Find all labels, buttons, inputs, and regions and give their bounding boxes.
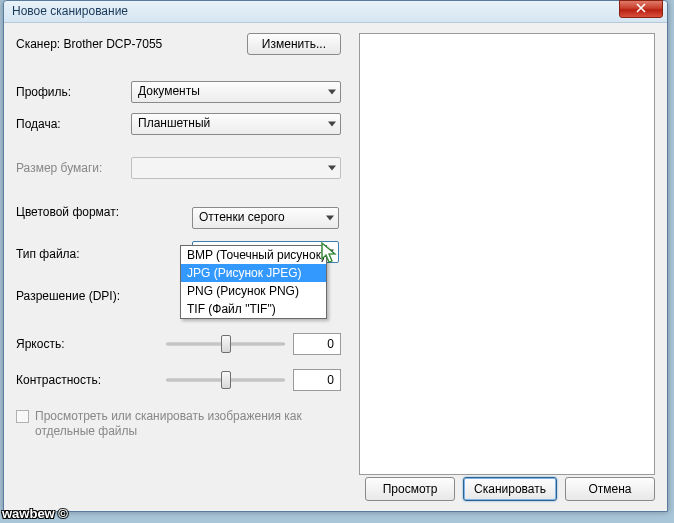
contrast-slider[interactable] <box>166 369 285 391</box>
dropdown-option-png[interactable]: PNG (Рисунок PNG) <box>181 282 326 300</box>
scan-dialog: Новое сканирование Сканер: Brother DCP-7… <box>3 0 668 512</box>
titlebar: Новое сканирование <box>4 1 667 23</box>
close-icon <box>636 3 646 13</box>
feed-label: Подача: <box>16 117 131 131</box>
chevron-down-icon <box>328 166 336 171</box>
color-format-label: Цветовой формат: <box>16 205 176 219</box>
dropdown-option-bmp[interactable]: BMP (Точечный рисунок) <box>181 246 326 264</box>
dialog-content: Сканер: Brother DCP-7055 Изменить... Про… <box>4 23 667 511</box>
profile-select[interactable]: Документы <box>131 81 341 103</box>
preview-area <box>359 33 655 475</box>
cancel-button[interactable]: Отмена <box>565 477 655 501</box>
dialog-footer: Просмотр Сканировать Отмена <box>365 477 655 501</box>
paper-size-select <box>131 157 341 179</box>
slider-thumb[interactable] <box>221 335 231 353</box>
dropdown-option-tif[interactable]: TIF (Файл "TIF") <box>181 300 326 318</box>
color-format-select[interactable]: Оттенки серого <box>192 207 339 229</box>
resolution-label: Разрешение (DPI): <box>16 289 176 303</box>
watermark: wawbew © <box>2 506 68 521</box>
brightness-value[interactable] <box>293 333 341 355</box>
file-type-label: Тип файла: <box>16 247 176 261</box>
window-title: Новое сканирование <box>12 4 128 18</box>
contrast-value[interactable] <box>293 369 341 391</box>
brightness-slider[interactable] <box>166 333 285 355</box>
change-scanner-button[interactable]: Изменить... <box>247 33 341 55</box>
scanner-name: Brother DCP-7055 <box>64 37 163 51</box>
separate-files-label: Просмотреть или сканировать изображения … <box>35 409 341 439</box>
feed-select[interactable]: Планшетный <box>131 113 341 135</box>
brightness-label: Яркость: <box>16 337 166 351</box>
profile-label: Профиль: <box>16 85 131 99</box>
preview-button[interactable]: Просмотр <box>365 477 455 501</box>
contrast-label: Контрастность: <box>16 373 166 387</box>
close-button[interactable] <box>619 0 663 18</box>
settings-panel: Сканер: Brother DCP-7055 Изменить... Про… <box>16 33 341 439</box>
chevron-down-icon <box>326 216 334 221</box>
scan-button[interactable]: Сканировать <box>463 477 557 501</box>
paper-size-label: Размер бумаги: <box>16 161 131 175</box>
slider-thumb[interactable] <box>221 371 231 389</box>
chevron-down-icon <box>328 122 336 127</box>
separate-files-checkbox <box>16 410 29 423</box>
file-type-dropdown[interactable]: BMP (Точечный рисунок) JPG (Рисунок JPEG… <box>180 245 327 319</box>
dropdown-option-jpg[interactable]: JPG (Рисунок JPEG) <box>181 264 326 282</box>
chevron-down-icon <box>328 90 336 95</box>
scanner-label: Сканер: Brother DCP-7055 <box>16 37 162 51</box>
chevron-down-icon <box>326 250 334 255</box>
